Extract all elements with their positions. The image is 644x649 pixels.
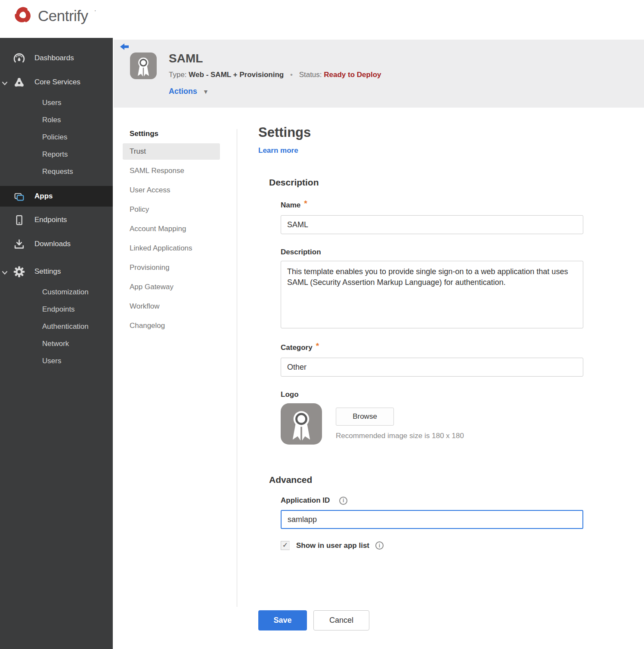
subnav-item-app-gateway[interactable]: App Gateway [123, 279, 220, 295]
cancel-button[interactable]: Cancel [313, 610, 369, 630]
sidebar-item-label: Endpoints [34, 216, 67, 224]
subnav-item-linked-applications[interactable]: Linked Applications [123, 240, 220, 257]
centrify-swirl-icon [13, 5, 33, 27]
page-title: Settings [258, 125, 590, 140]
sidebar-item-apps[interactable]: Apps [0, 186, 113, 207]
app-meta: Type: Web - SAML + Provisioning • Status… [169, 71, 381, 79]
show-in-user-app-list-row: ✓ Show in user app list i [281, 541, 583, 550]
application-id-field[interactable] [281, 510, 583, 529]
subnav-item-workflow[interactable]: Workflow [123, 298, 220, 315]
brand-trademark: · [94, 7, 96, 15]
vertical-divider [237, 129, 237, 607]
sidebar-item-label: Reports [42, 150, 68, 159]
sidebar-item-label: Endpoints [42, 305, 75, 314]
sidebar-item-core-services[interactable]: Core Services [0, 72, 113, 93]
required-asterisk: * [304, 199, 307, 208]
required-asterisk: * [316, 341, 319, 351]
subnav-item-account-mapping[interactable]: Account Mapping [123, 221, 220, 237]
settings-form: Settings Learn more Description Name * D… [258, 125, 590, 630]
gauge-icon [13, 53, 25, 64]
sidebar: Dashboards Core Services Users Roles Pol… [0, 38, 113, 649]
sidebar-item-users[interactable]: Users [0, 94, 113, 111]
type-label: Type: [169, 71, 187, 79]
app-logo-preview [281, 403, 322, 445]
chevron-down-icon [2, 80, 8, 88]
description-label: Description [281, 248, 583, 257]
chevron-down-icon: ▼ [203, 88, 209, 95]
subnav-item-saml-response[interactable]: SAML Response [123, 163, 220, 179]
category-field[interactable] [281, 358, 583, 377]
sidebar-item-label: Requests [42, 167, 73, 176]
sidebar-item-reports[interactable]: Reports [0, 146, 113, 163]
app-title: SAML [169, 52, 203, 65]
actions-dropdown[interactable]: Actions ▼ [169, 87, 209, 96]
category-label-row: Category * [281, 343, 583, 352]
logo-size-hint: Recommended image size is 180 x 180 [336, 432, 464, 440]
sidebar-item-endpoints-settings[interactable]: Endpoints [0, 301, 113, 318]
logo-label: Logo [281, 390, 583, 399]
learn-more-link[interactable]: Learn more [258, 146, 298, 155]
name-label-row: Name * [281, 201, 583, 210]
sidebar-item-requests[interactable]: Requests [0, 163, 113, 180]
category-label: Category [281, 343, 313, 352]
subnav-item-trust[interactable]: Trust [123, 143, 220, 160]
sidebar-item-settings[interactable]: Settings [0, 261, 113, 282]
description-field[interactable]: This template enables you to provide sin… [281, 261, 583, 328]
logo-row: Browse Recommended image size is 180 x 1… [281, 403, 583, 445]
sidebar-item-label: Authentication [42, 322, 89, 331]
sidebar-item-label: Users [42, 99, 61, 107]
mobile-device-icon [13, 214, 25, 226]
subnav-item-user-access[interactable]: User Access [123, 182, 220, 198]
subnav-item-provisioning[interactable]: Provisioning [123, 260, 220, 276]
description-section-heading: Description [269, 177, 590, 188]
app-id-label: Application ID [281, 496, 330, 505]
download-icon [13, 238, 25, 250]
browse-button[interactable]: Browse [336, 408, 394, 426]
status-label: Status: [299, 71, 322, 79]
subnav-item-policy[interactable]: Policy [123, 201, 220, 218]
name-label: Name [281, 201, 300, 210]
sidebar-item-label: Core Services [34, 78, 80, 87]
info-icon[interactable]: i [375, 541, 384, 550]
save-button[interactable]: Save [258, 610, 307, 630]
sidebar-item-label: Network [42, 340, 69, 348]
subnav-item-changelog[interactable]: Changelog [123, 318, 220, 334]
page: Centrify · Dashboards [0, 0, 644, 649]
show-in-app-list-checkbox[interactable]: ✓ [281, 541, 290, 550]
check-icon: ✓ [282, 541, 288, 549]
sidebar-item-roles[interactable]: Roles [0, 111, 113, 129]
brand-logo: Centrify · [13, 5, 96, 27]
sidebar-item-label: Customization [42, 288, 89, 297]
sidebar-item-label: Settings [34, 267, 61, 276]
app-header: SAML Type: Web - SAML + Provisioning • S… [114, 40, 644, 108]
gear-icon [13, 266, 25, 278]
sidebar-item-dashboards[interactable]: Dashboards [0, 48, 113, 68]
sidebar-item-policies[interactable]: Policies [0, 129, 113, 146]
sidebar-item-label: Dashboards [34, 54, 74, 62]
sidebar-item-label: Roles [42, 116, 61, 124]
network-icon [13, 77, 25, 88]
info-icon[interactable]: i [339, 497, 347, 505]
type-value: Web - SAML + Provisioning [189, 71, 284, 79]
sidebar-item-customization[interactable]: Customization [0, 284, 113, 301]
bullet-separator: • [290, 71, 293, 79]
sidebar-item-authentication[interactable]: Authentication [0, 318, 113, 335]
sidebar-item-endpoints[interactable]: Endpoints [0, 210, 113, 230]
app-id-label-row: Application ID i [281, 496, 583, 505]
sidebar-item-users-settings[interactable]: Users [0, 352, 113, 370]
show-in-app-list-label: Show in user app list [296, 541, 369, 550]
form-actions: Save Cancel [258, 610, 590, 630]
back-arrow-icon[interactable] [120, 43, 130, 53]
sidebar-item-label: Downloads [34, 240, 71, 248]
status-badge: Ready to Deploy [324, 71, 381, 79]
sidebar-item-network[interactable]: Network [0, 335, 113, 352]
sidebar-item-downloads[interactable]: Downloads [0, 234, 113, 254]
sidebar-item-label: Apps [34, 192, 53, 201]
advanced-section-heading: Advanced [269, 475, 590, 485]
chevron-down-icon [2, 269, 8, 278]
name-field[interactable] [281, 215, 583, 234]
top-bar: Centrify · [0, 0, 644, 38]
sidebar-item-label: Policies [42, 133, 68, 142]
subnav-heading: Settings [123, 126, 220, 143]
brand-name: Centrify [38, 7, 88, 25]
